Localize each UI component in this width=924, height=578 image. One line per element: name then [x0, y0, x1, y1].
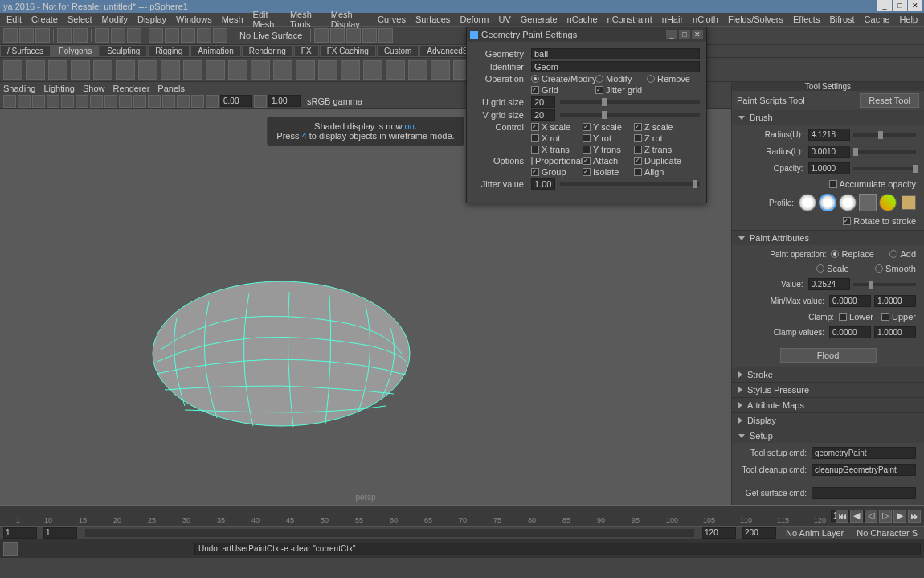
- menu-nconstraint[interactable]: nConstraint: [603, 14, 657, 24]
- menu-display[interactable]: Display: [133, 14, 171, 24]
- vp-shadow-icon[interactable]: [133, 95, 146, 108]
- group-checkbox[interactable]: [531, 168, 539, 176]
- shelf-bridge-icon[interactable]: [408, 60, 427, 80]
- remove-radio[interactable]: [647, 75, 655, 83]
- step-back-icon[interactable]: ◀: [850, 510, 863, 523]
- save-icon[interactable]: [35, 28, 50, 43]
- align-checkbox[interactable]: [634, 168, 642, 176]
- duplicate-checkbox[interactable]: [634, 157, 642, 165]
- menu-editmesh[interactable]: Edit Mesh: [248, 10, 285, 29]
- gamma-input[interactable]: [268, 95, 301, 107]
- geometry-input[interactable]: [531, 48, 700, 59]
- shelf-bevel-icon[interactable]: [431, 60, 450, 80]
- redo-icon[interactable]: [73, 28, 88, 43]
- menu-deform[interactable]: Deform: [455, 14, 493, 24]
- dialog-maximize-button[interactable]: □: [679, 30, 690, 39]
- max-input[interactable]: [874, 295, 916, 307]
- vp-safe-icon[interactable]: [61, 95, 74, 108]
- vp-isolate-icon[interactable]: [191, 95, 204, 108]
- render-settings-icon[interactable]: [362, 28, 377, 43]
- yscale-checkbox[interactable]: [583, 123, 591, 131]
- menu-meshtools[interactable]: Mesh Tools: [285, 10, 326, 29]
- lasso-icon[interactable]: [111, 28, 125, 43]
- value-input[interactable]: [808, 278, 850, 290]
- shelf-pipe-icon[interactable]: [183, 60, 202, 80]
- create-radio[interactable]: [531, 75, 539, 83]
- shelf-tab-rendering[interactable]: Rendering: [242, 45, 293, 57]
- anim-start-input[interactable]: [43, 527, 77, 539]
- shelf-prism-icon[interactable]: [138, 60, 157, 80]
- opacity-input[interactable]: [808, 162, 850, 174]
- radius-l-input[interactable]: [808, 146, 850, 158]
- menu-windows[interactable]: Windows: [171, 14, 217, 24]
- attach-checkbox[interactable]: [583, 157, 591, 165]
- proportional-checkbox[interactable]: [531, 157, 533, 165]
- colorspace-dropdown[interactable]: sRGB gamma: [302, 96, 367, 106]
- shelf-soccer-icon[interactable]: [251, 60, 270, 80]
- shelf-tab-surfaces[interactable]: / Surfaces: [0, 45, 51, 57]
- menu-help[interactable]: Help: [894, 14, 922, 24]
- upper-checkbox[interactable]: [881, 313, 889, 321]
- min-input[interactable]: [829, 295, 871, 307]
- anim-layer-dropdown[interactable]: No Anim Layer: [779, 528, 850, 538]
- opacity-slider[interactable]: [853, 167, 917, 170]
- menu-ncloth[interactable]: nCloth: [688, 14, 723, 24]
- snap-grid-icon[interactable]: [149, 28, 163, 43]
- section-stylus[interactable]: Stylus Pressure: [732, 383, 924, 397]
- select-icon[interactable]: [95, 28, 109, 43]
- menu-curves[interactable]: Curves: [373, 14, 411, 24]
- add-radio[interactable]: [889, 250, 897, 258]
- hypershade-icon[interactable]: [378, 28, 393, 43]
- profile-solid[interactable]: [839, 194, 857, 211]
- shelf-cylinder-icon[interactable]: [48, 60, 67, 80]
- exposure-input[interactable]: [220, 95, 252, 107]
- ztrans-checkbox[interactable]: [634, 146, 642, 154]
- shelf-cone-icon[interactable]: [71, 60, 90, 80]
- profile-custom[interactable]: [879, 194, 897, 211]
- new-icon[interactable]: [3, 28, 18, 43]
- vp-textured-icon[interactable]: [104, 95, 117, 108]
- reset-tool-button[interactable]: Reset Tool: [860, 93, 919, 108]
- anim-end-input[interactable]: [742, 527, 776, 539]
- toolsetup-input[interactable]: [812, 447, 916, 459]
- shelf-tab-rigging[interactable]: Rigging: [148, 45, 190, 57]
- clampmin-input[interactable]: [829, 326, 871, 338]
- section-attrmaps[interactable]: Attribute Maps: [732, 398, 924, 412]
- jitterval-slider[interactable]: [560, 182, 700, 186]
- shelf-smooth-icon[interactable]: [363, 60, 382, 80]
- section-display[interactable]: Display: [732, 413, 924, 428]
- vgrid-slider[interactable]: [560, 113, 700, 117]
- menu-select[interactable]: Select: [63, 14, 97, 24]
- zrot-checkbox[interactable]: [634, 134, 642, 142]
- render-icon[interactable]: [330, 28, 345, 43]
- xscale-checkbox[interactable]: [531, 123, 539, 131]
- vp-panels[interactable]: Panels: [157, 84, 185, 93]
- snap-point-icon[interactable]: [181, 28, 195, 43]
- snap-surface-icon[interactable]: [213, 28, 227, 43]
- shelf-sphere-icon[interactable]: [3, 60, 22, 80]
- menu-surfaces[interactable]: Surfaces: [411, 14, 455, 24]
- shelf-tab-fx[interactable]: FX: [294, 45, 319, 57]
- menu-bifrost[interactable]: Bifrost: [824, 14, 859, 24]
- scale-radio[interactable]: [816, 264, 824, 273]
- ytrans-checkbox[interactable]: [583, 146, 591, 154]
- menu-edit[interactable]: Edit: [2, 14, 27, 24]
- menu-meshdisplay[interactable]: Mesh Display: [326, 10, 373, 29]
- profile-gaussian-1[interactable]: [799, 194, 816, 211]
- vgrid-input[interactable]: [531, 109, 555, 121]
- radius-u-slider[interactable]: [853, 133, 917, 137]
- zscale-checkbox[interactable]: [634, 123, 642, 131]
- menu-modify[interactable]: Modify: [97, 14, 133, 24]
- menu-effects[interactable]: Effects: [788, 14, 824, 24]
- ugrid-slider[interactable]: [560, 100, 700, 104]
- vp-light-icon[interactable]: [119, 95, 132, 108]
- snap-plane-icon[interactable]: [197, 28, 211, 43]
- command-line[interactable]: [194, 543, 921, 555]
- mel-icon[interactable]: [3, 542, 18, 556]
- accumulate-checkbox[interactable]: [829, 180, 837, 188]
- dialog-minimize-button[interactable]: _: [666, 30, 677, 39]
- shelf-torus-icon[interactable]: [116, 60, 135, 80]
- shelf-combine-icon[interactable]: [318, 60, 337, 80]
- menu-uv[interactable]: UV: [493, 14, 515, 24]
- shelf-plane-icon[interactable]: [93, 60, 112, 80]
